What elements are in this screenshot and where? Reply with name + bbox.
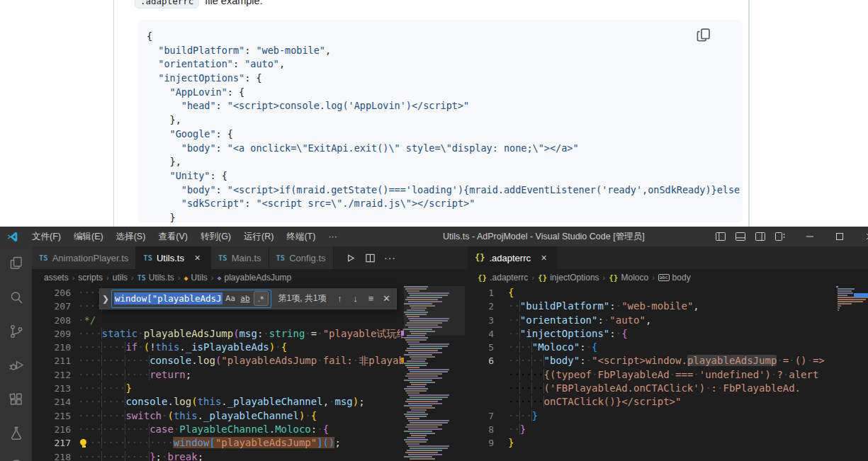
menu-file[interactable]: 文件(F) <box>26 227 67 246</box>
customize-layout-icon[interactable] <box>770 227 790 246</box>
chevron-right-icon: › <box>106 273 109 282</box>
tab-label: Utils.ts <box>157 253 184 263</box>
breadcrumb-item-body[interactable]: ›abcbody <box>648 273 690 283</box>
doc-left-divider <box>113 0 114 227</box>
find-in-selection-button[interactable]: ≡ <box>363 291 379 307</box>
find-query-text: window["playableAdsJ <box>114 292 222 305</box>
layout-panel-icon[interactable] <box>731 227 750 246</box>
doc-code-lines: { "buildPlatform": "web-mobile", "orient… <box>147 30 740 222</box>
breadcrumb-item-injectoptions[interactable]: ›{}injectOptions <box>528 273 599 283</box>
editor-utils-ts[interactable]: 206····207····208·*/209····static·playab… <box>32 286 404 461</box>
tab-label: Config.ts <box>289 253 325 263</box>
menu-selection[interactable]: 选择(S) <box>110 227 152 246</box>
breadcrumb-item-utils-class[interactable]: ›◆Utils <box>174 273 208 283</box>
tabs-right: {}.adapterrc× <box>468 246 558 269</box>
breadcrumb-item-adapterrc-file[interactable]: {}.adapterrc <box>478 273 528 283</box>
menu-edit[interactable]: 编辑(E) <box>67 227 110 246</box>
find-toggles: Aaab.* <box>222 291 269 306</box>
code-line: 214········console.log(this._playableCha… <box>32 395 404 409</box>
chevron-right-icon: › <box>603 273 606 282</box>
vscode-logo-icon <box>6 231 18 243</box>
doc-scrollbar[interactable] <box>748 0 750 227</box>
layout-sidebar-right-icon[interactable] <box>750 227 770 246</box>
menu-run[interactable]: 运行(R) <box>237 227 280 246</box>
code-line: 211············console.log("playableAdsJ… <box>32 354 404 368</box>
menu-view[interactable]: 查看(V) <box>152 227 194 246</box>
close-find-button[interactable]: ✕ <box>379 291 395 307</box>
tab-adapterrc[interactable]: {}.adapterrc× <box>468 246 558 269</box>
code-line: 3··"orientation":·"auto", <box>468 314 835 327</box>
obj-symbol-icon: {} <box>478 273 487 283</box>
line-number: 211 <box>32 354 73 368</box>
code-line: 212············return; <box>32 368 404 382</box>
find-previous-button[interactable]: ↑ <box>332 291 348 307</box>
line-number: 1 <box>468 286 496 300</box>
breadcrumb-item-assets[interactable]: assets <box>44 273 69 283</box>
editor-adapterrc[interactable]: 1{2··"buildPlatform":·"web-mobile",3··"o… <box>468 286 835 461</box>
code-line: 4··"injectOptions":·{ <box>468 327 835 341</box>
window-controls <box>711 227 868 246</box>
explorer-icon[interactable] <box>0 246 32 280</box>
account-icon[interactable] <box>0 450 32 461</box>
run-file-icon[interactable] <box>342 249 359 266</box>
find-next-button[interactable]: ↓ <box>348 291 363 307</box>
breadcrumb-item-moloco[interactable]: ›{}Moloco <box>599 273 649 283</box>
screen: .adapterrc file example: { "buildPlatfor… <box>0 0 868 461</box>
code-line: 216············case·PlayableChannel.Molo… <box>32 423 404 436</box>
menu-go[interactable]: 转到(G) <box>194 227 237 246</box>
match-case-toggle[interactable]: Aa <box>224 291 237 305</box>
source-control-icon[interactable] <box>0 314 32 348</box>
tab-utils[interactable]: TSUtils.ts× <box>136 246 211 269</box>
chevron-right-icon: › <box>531 273 534 282</box>
window-title: Utils.ts - AdProjModel - Visual Studio C… <box>443 227 645 246</box>
close-button[interactable] <box>859 227 868 246</box>
minimap[interactable] <box>835 286 868 329</box>
breadcrumb-item-scripts[interactable]: ›scripts <box>69 273 103 283</box>
code-line: 218············};·break; <box>32 450 404 461</box>
line-number: 4 <box>468 327 496 341</box>
minimap-slider[interactable] <box>404 286 465 336</box>
line-number: 214 <box>32 395 73 409</box>
search-icon[interactable] <box>0 280 32 314</box>
regex-toggle[interactable]: .* <box>254 291 269 306</box>
code-line: 210········if·(!this._isPlayableAds)·{ <box>32 341 404 354</box>
ts-file-icon: TS <box>276 254 286 262</box>
whole-word-toggle[interactable]: ab <box>239 291 252 305</box>
extensions-icon[interactable] <box>0 382 32 416</box>
breadcrumb-item-utils-file[interactable]: ›TSUtils.ts <box>128 273 174 283</box>
line-number: 216 <box>32 423 73 436</box>
breadcrumb-item-utils-folder[interactable]: ›utils <box>103 273 128 283</box>
maximize-button[interactable] <box>830 227 850 246</box>
tab-animationplayer[interactable]: TSAnimationPlayer.ts <box>32 246 136 269</box>
tab-label: .adapterrc <box>489 253 531 263</box>
ts-file-icon: TS <box>143 254 152 262</box>
obj-symbol-icon: {} <box>538 273 547 283</box>
code-line: 217················window["playableAdsJu… <box>32 436 404 450</box>
toggle-replace-chevron-icon[interactable]: ❯ <box>100 294 111 304</box>
testing-icon[interactable] <box>0 416 32 450</box>
code-line: 209····static·playableAdsJump(msg:·strin… <box>32 327 404 341</box>
line-number: 213 <box>32 382 73 395</box>
breadcrumb: assets›scripts›utils›TSUtils.ts›◆Utils›❖… <box>32 269 480 286</box>
copy-icon[interactable] <box>696 27 711 42</box>
split-editor-icon[interactable] <box>362 249 379 266</box>
tab-config[interactable]: TSConfig.ts <box>269 246 334 269</box>
menu-more[interactable]: ··· <box>322 227 344 246</box>
find-input[interactable]: window["playableAdsJ Aaab.* <box>111 290 271 308</box>
more-actions-icon[interactable]: ··· <box>382 249 399 266</box>
mth-symbol-icon: ❖ <box>217 274 221 282</box>
lightbulb-icon[interactable] <box>80 439 88 447</box>
chevron-right-icon: › <box>131 273 134 282</box>
line-number: 209 <box>32 327 73 341</box>
run-debug-icon[interactable] <box>0 348 32 382</box>
code-line: 6······"body":·"<script>window.playableA… <box>468 354 835 368</box>
find-widget: ❯ window["playableAdsJ Aaab.* 第1项, 共1项 ↑… <box>99 288 397 309</box>
close-tab-icon[interactable]: × <box>191 252 203 263</box>
layout-sidebar-left-icon[interactable] <box>711 227 731 246</box>
tab-main[interactable]: TSMain.ts <box>211 246 269 269</box>
minimize-button[interactable] <box>800 227 820 246</box>
close-tab-icon[interactable]: × <box>538 252 550 263</box>
breadcrumb-item-playableadsjump-method[interactable]: ›❖playableAdsJump <box>208 273 291 283</box>
tabs-left: TSAnimationPlayer.tsTSUtils.ts×TSMain.ts… <box>32 246 334 269</box>
menu-terminal[interactable]: 终端(T) <box>280 227 322 246</box>
